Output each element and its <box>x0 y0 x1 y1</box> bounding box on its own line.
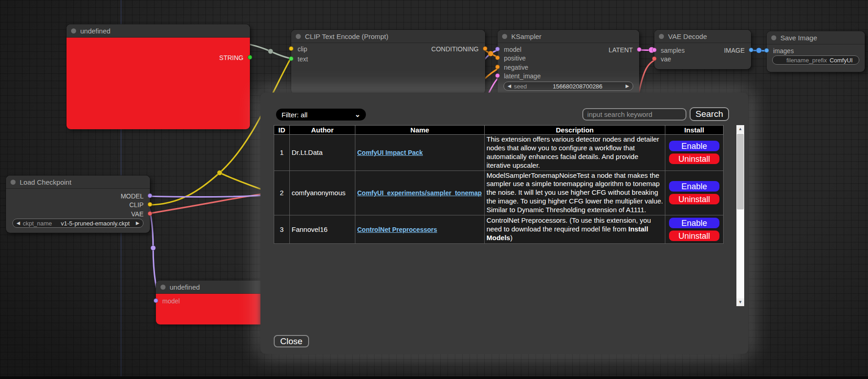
scroll-up-icon[interactable]: ▲ <box>736 125 744 133</box>
seed-widget[interactable]: ◀ seed 156680208700286 ▶ <box>503 82 633 91</box>
arrow-left-icon[interactable]: ◀ <box>508 82 511 91</box>
input-label: vae <box>661 55 671 63</box>
extension-table-area: IDAuthorNameDescriptionInstall 1Dr.Lt.Da… <box>274 125 744 306</box>
output-port-conditioning[interactable] <box>483 46 487 51</box>
close-button[interactable]: Close <box>274 335 309 347</box>
output-port-latent[interactable] <box>637 47 641 52</box>
extension-row: 3Fannovel16ControlNet PreprocessorsContr… <box>274 215 724 244</box>
node-title: undefined <box>170 283 200 291</box>
node-undefined-bottom[interactable]: undefined model <box>156 280 264 324</box>
enable-button[interactable]: Enable <box>669 217 720 229</box>
extension-id: 3 <box>274 215 290 244</box>
node-undefined-top[interactable]: undefined STRING <box>66 24 250 129</box>
extension-name-cell: ComfyUI_experiments/sampler_tonemap <box>355 170 485 215</box>
extension-name-link[interactable]: ComfyUI Impact Pack <box>357 149 423 156</box>
output-label: MODEL <box>121 192 144 200</box>
output-port-vae[interactable] <box>148 211 152 216</box>
table-header-row: IDAuthorNameDescriptionInstall <box>274 126 724 135</box>
extension-id: 1 <box>274 135 290 171</box>
output-label: CONDITIONING <box>431 45 479 53</box>
output-label: STRING <box>219 54 243 61</box>
extension-install-cell: EnableUninstall <box>665 215 724 244</box>
reroute-dot-purple <box>151 246 156 251</box>
reroute-dot-gray <box>268 49 273 54</box>
output-port-image[interactable] <box>749 48 753 52</box>
extension-row: 1Dr.Lt.DataComfyUI Impact PackThis exten… <box>274 135 724 171</box>
node-ksampler[interactable]: KSampler model positive negative latent_… <box>498 30 639 96</box>
input-label: model <box>162 297 180 305</box>
scrollbar-thumb[interactable] <box>737 134 744 209</box>
chevron-down-icon: ⌄ <box>354 112 360 117</box>
widget-value: 156680208700286 <box>530 83 625 90</box>
node-title: VAE Decode <box>668 33 707 40</box>
table-header-cell: Author <box>290 126 355 135</box>
filename-prefix-widget[interactable]: filename_prefix ComfyUI <box>772 55 859 65</box>
extension-name-cell: ComfyUI Impact Pack <box>355 135 485 171</box>
node-title: CLIP Text Encode (Prompt) <box>305 33 388 40</box>
output-label: IMAGE <box>724 47 745 54</box>
enable-button[interactable]: Enable <box>669 181 720 192</box>
extension-name-cell: ControlNet Preprocessors <box>355 215 485 244</box>
arrow-left-icon[interactable]: ◀ <box>17 219 20 228</box>
table-header-cell: Description <box>485 126 665 135</box>
table-header-cell: Name <box>355 126 485 135</box>
input-port-latent-image[interactable] <box>495 73 500 78</box>
extension-install-cell: EnableUninstall <box>665 135 724 171</box>
arrow-right-icon[interactable]: ▶ <box>136 219 139 228</box>
output-label: LATENT <box>608 46 633 54</box>
node-load-checkpoint[interactable]: Load Checkpoint MODEL CLIP VAE ◀ ckpt_na… <box>6 176 150 233</box>
input-port-vae[interactable] <box>652 56 657 61</box>
input-label: text <box>298 55 308 63</box>
reroute-dot-blue <box>756 48 762 53</box>
scroll-down-icon[interactable]: ▼ <box>736 298 744 306</box>
reroute-dot-yellow <box>217 170 222 176</box>
input-port-model[interactable] <box>154 298 158 303</box>
output-label: VAE <box>131 210 144 218</box>
output-label: CLIP <box>129 201 144 209</box>
node-title: Load Checkpoint <box>20 178 72 186</box>
reroute-dot-orange <box>488 51 493 56</box>
extension-description: ControlNet Preprocessors. (To use this e… <box>485 215 665 244</box>
extension-author: Dr.Lt.Data <box>290 135 355 171</box>
uninstall-button[interactable]: Uninstall <box>669 193 720 205</box>
search-button[interactable]: Search <box>690 107 729 121</box>
table-header-cell: Install <box>665 126 724 135</box>
canvas-bottom-edge <box>0 376 868 379</box>
node-status-icon <box>771 35 776 40</box>
filter-dropdown[interactable]: Filter: all ⌄ <box>276 109 366 121</box>
extension-author: Fannovel16 <box>290 215 355 244</box>
search-input[interactable] <box>582 108 686 121</box>
node-save-image[interactable]: Save Image images filename_prefix ComfyU… <box>767 31 865 72</box>
widget-label: filename_prefix <box>786 57 827 64</box>
input-label: latent_image <box>504 72 541 80</box>
input-port-images[interactable] <box>764 48 769 53</box>
node-status-icon <box>296 34 301 39</box>
output-port-string[interactable] <box>248 55 252 60</box>
node-vae-decode[interactable]: VAE Decode samples vae IMAGE <box>654 30 751 69</box>
node-status-icon <box>659 34 664 39</box>
scrollbar[interactable]: ▲ ▼ <box>736 125 744 306</box>
node-clip-text-encode[interactable]: CLIP Text Encode (Prompt) clip text COND… <box>291 30 485 94</box>
output-port-model[interactable] <box>148 193 152 198</box>
extension-name-link[interactable]: ControlNet Preprocessors <box>357 226 437 233</box>
input-label: negative <box>504 64 528 71</box>
uninstall-button[interactable]: Uninstall <box>669 153 720 165</box>
enable-button[interactable]: Enable <box>669 140 720 152</box>
widget-label: seed <box>514 83 527 90</box>
filter-dropdown-label: Filter: all <box>282 111 308 119</box>
input-port-positive[interactable] <box>495 55 500 60</box>
extension-install-cell: EnableUninstall <box>665 170 724 215</box>
ckpt-name-widget[interactable]: ◀ ckpt_name v1-5-pruned-emaonly.ckpt ▶ <box>12 219 144 228</box>
node-status-icon <box>160 285 166 290</box>
uninstall-button[interactable]: Uninstall <box>669 230 720 242</box>
node-graph-canvas[interactable]: undefined STRING CLIP Text Encode (Promp… <box>0 0 868 379</box>
input-label: images <box>773 47 794 55</box>
arrow-right-icon[interactable]: ▶ <box>625 82 629 91</box>
extension-name-link[interactable]: ComfyUI_experiments/sampler_tonemap <box>357 189 482 197</box>
input-port-negative[interactable] <box>495 65 500 69</box>
widget-label: ckpt_name <box>23 220 52 227</box>
node-title: KSampler <box>511 33 542 40</box>
extension-description: This extension offers various detector n… <box>485 135 665 171</box>
output-port-clip[interactable] <box>148 202 152 207</box>
input-port-text[interactable] <box>289 56 293 61</box>
